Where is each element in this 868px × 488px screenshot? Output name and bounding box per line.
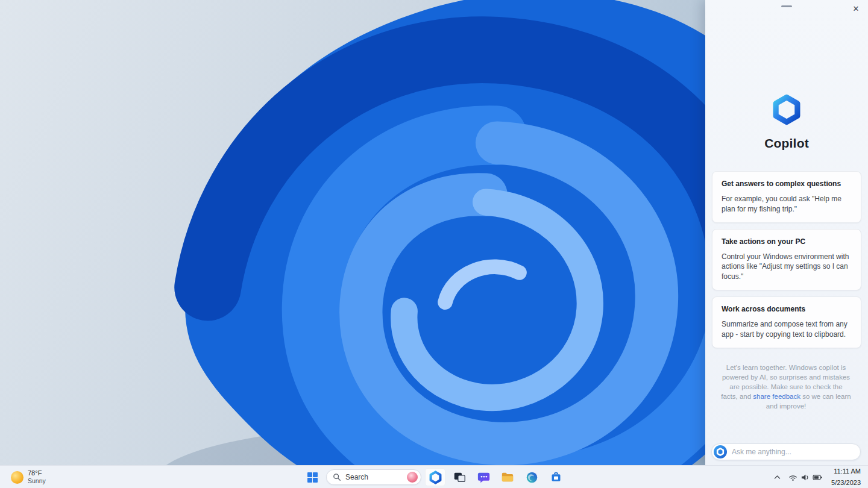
weather-condition: Sunny: [28, 477, 46, 485]
store-icon: [550, 471, 562, 484]
clock[interactable]: 11:11 AM 5/23/2023: [828, 468, 864, 486]
copilot-icon: [429, 471, 442, 484]
file-explorer-icon: [501, 471, 514, 484]
card-heading: Get answers to complex questions: [722, 180, 852, 188]
sun-icon: [11, 471, 24, 484]
screen: ✕ Copilot Get answers to complex questio…: [0, 0, 868, 488]
panel-header: Copilot: [705, 94, 868, 151]
suggestion-card-documents[interactable]: Work across documents Summarize and comp…: [712, 296, 861, 348]
tray-time: 11:11 AM: [834, 468, 861, 476]
copilot-badge-icon: [714, 445, 727, 458]
search-icon: [333, 473, 341, 481]
wifi-icon: [788, 474, 797, 481]
taskbar: 78°F Sunny Search: [0, 465, 868, 488]
chevron-up-icon: [773, 474, 781, 481]
copilot-taskbar-button[interactable]: [425, 468, 445, 486]
card-body: For example, you could ask "Help me plan…: [722, 194, 852, 214]
file-explorer-button[interactable]: [497, 468, 518, 486]
card-heading: Take actions on your PC: [722, 237, 852, 246]
weather-widget[interactable]: 78°F Sunny: [6, 466, 51, 488]
search-label: Search: [345, 473, 403, 481]
card-body: Summarize and compose text from any app …: [722, 319, 852, 340]
share-feedback-link[interactable]: share feedback: [753, 393, 800, 400]
edge-icon: [526, 471, 538, 484]
battery-icon: [813, 474, 823, 481]
ask-input[interactable]: [732, 448, 854, 456]
chat-icon: [477, 471, 490, 484]
card-heading: Work across documents: [722, 305, 852, 313]
search-daily-image-icon: [407, 472, 418, 483]
copilot-panel: ✕ Copilot Get answers to complex questio…: [705, 0, 868, 465]
ask-bar: [711, 443, 861, 460]
task-view-icon: [453, 471, 466, 484]
suggestion-card-answers[interactable]: Get answers to complex questions For exa…: [712, 171, 861, 223]
start-button[interactable]: [302, 468, 322, 486]
task-view-button[interactable]: [449, 468, 470, 486]
windows-logo-icon: [307, 472, 318, 483]
edge-button[interactable]: [521, 468, 542, 486]
copilot-logo-icon: [771, 94, 802, 125]
chat-button[interactable]: [473, 468, 494, 486]
system-tray: 11:11 AM 5/23/2023: [771, 466, 864, 488]
search-box[interactable]: Search: [326, 469, 421, 485]
taskbar-center: Search: [302, 466, 566, 488]
suggestion-card-actions[interactable]: Take actions on your PC Control your Win…: [712, 229, 861, 290]
card-body: Control your Windows environment with ac…: [722, 252, 852, 282]
close-icon[interactable]: ✕: [849, 1, 863, 16]
panel-drag-handle[interactable]: [781, 5, 792, 7]
ai-disclaimer: Let's learn together. Windows copilot is…: [721, 363, 851, 411]
tray-date: 5/23/2023: [831, 479, 861, 487]
network-volume-battery-button[interactable]: [786, 468, 825, 486]
tray-overflow-button[interactable]: [771, 468, 784, 486]
panel-title: Copilot: [764, 136, 809, 151]
weather-temperature: 78°F: [28, 469, 46, 477]
store-button[interactable]: [546, 468, 566, 486]
volume-icon: [800, 474, 810, 481]
panel-controls: ✕: [705, 0, 868, 18]
suggestion-cards: Get answers to complex questions For exa…: [705, 171, 868, 348]
